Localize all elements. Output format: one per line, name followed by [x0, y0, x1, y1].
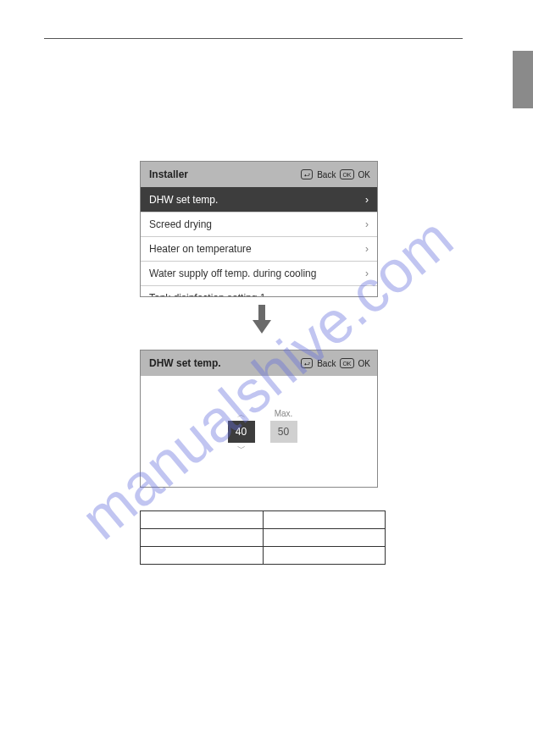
chevron-down-icon[interactable]: ﹀: [237, 443, 246, 455]
chevron-right-icon: ›: [365, 218, 369, 230]
chevron-right-icon: ›: [365, 243, 369, 255]
chevron-right-icon: ›: [365, 268, 369, 279]
menu-item-heater-on-temperature[interactable]: Heater on temperature ›: [141, 236, 377, 261]
max-value-box: 50: [270, 421, 297, 443]
screen-title: Installer: [149, 168, 188, 180]
ok-icon[interactable]: OK: [340, 169, 353, 179]
header-actions: ⮐ Back OK OK: [301, 169, 370, 179]
ok-label: OK: [358, 170, 370, 179]
chevron-right-icon: ›: [365, 194, 369, 206]
screen-title: DHW set temp.: [149, 357, 221, 369]
menu-item-label: Tank disinfection setting 1: [149, 292, 265, 297]
menu-item-label: Screed drying: [149, 218, 212, 230]
dhw-set-temp-screen: DHW set temp. ⮐ Back OK OK ︿ 40 ﹀ Max. 5…: [140, 350, 378, 488]
horizontal-rule: [44, 38, 463, 39]
max-value-group: Max. 50: [270, 409, 297, 455]
screen-header: Installer ⮐ Back OK OK: [141, 162, 377, 187]
table-row: [141, 511, 386, 529]
back-icon[interactable]: ⮐: [301, 358, 313, 368]
value-editor-body: ︿ 40 ﹀ Max. 50: [141, 376, 377, 487]
page-tab-marker: [513, 51, 533, 108]
menu-item-tank-disinfection[interactable]: Tank disinfection setting 1 ›: [141, 285, 377, 297]
menu-item-label: Water supply off temp. during cooling: [149, 268, 316, 279]
menu-item-dhw-set-temp[interactable]: DHW set temp. ›: [141, 187, 377, 212]
table-row: [141, 547, 386, 565]
back-label: Back: [317, 359, 336, 368]
menu-item-label: Heater on temperature: [149, 243, 252, 255]
arrow-down-icon: [253, 305, 271, 334]
current-value-group: ︿ 40 ﹀: [228, 409, 255, 455]
chevron-up-icon[interactable]: ︿: [237, 409, 246, 421]
installer-menu-screen: Installer ⮐ Back OK OK DHW set temp. › S…: [140, 161, 378, 297]
screen-header: DHW set temp. ⮐ Back OK OK: [141, 350, 377, 376]
back-label: Back: [317, 170, 336, 179]
chevron-right-icon: ›: [365, 292, 369, 297]
max-label: Max.: [275, 409, 293, 421]
ok-icon[interactable]: OK: [340, 358, 353, 368]
header-actions: ⮐ Back OK OK: [301, 358, 370, 368]
ok-label: OK: [358, 359, 370, 368]
menu-item-water-supply-off-temp[interactable]: Water supply off temp. during cooling ›: [141, 261, 377, 285]
spec-table: [140, 510, 386, 565]
current-value-box[interactable]: 40: [228, 421, 255, 443]
table-row: [141, 529, 386, 547]
back-icon[interactable]: ⮐: [301, 169, 313, 179]
menu-item-screed-drying[interactable]: Screed drying ›: [141, 212, 377, 236]
menu-item-label: DHW set temp.: [149, 194, 218, 206]
